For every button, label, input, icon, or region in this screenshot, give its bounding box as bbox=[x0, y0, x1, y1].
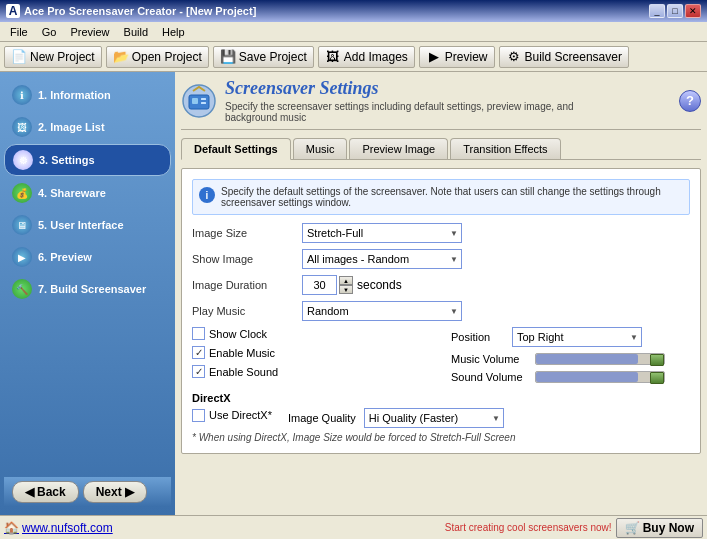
image-duration-control: ▲ ▼ seconds bbox=[302, 275, 690, 295]
toolbar: 📄 New Project 📂 Open Project 💾 Save Proj… bbox=[0, 42, 707, 72]
music-volume-slider[interactable] bbox=[535, 353, 665, 365]
use-directx-label: Use DirectX* bbox=[209, 409, 272, 421]
next-arrow-icon: ▶ bbox=[125, 485, 134, 499]
image-size-label: Image Size bbox=[192, 227, 302, 239]
preview-sidebar-icon: ▶ bbox=[12, 247, 32, 267]
nufsoft-link[interactable]: 🏠 www.nufsoft.com bbox=[4, 521, 113, 535]
show-image-row: Show Image All images - Random Sequentia… bbox=[192, 249, 690, 269]
home-icon: 🏠 bbox=[4, 521, 19, 535]
image-list-icon: 🖼 bbox=[12, 117, 32, 137]
tab-transition-effects[interactable]: Transition Effects bbox=[450, 138, 560, 159]
right-column: Position Top Right Top Left Bottom Right… bbox=[451, 327, 690, 384]
show-image-dropdown[interactable]: All images - Random Sequential Single Im… bbox=[302, 249, 462, 269]
maximize-button[interactable]: □ bbox=[667, 4, 683, 18]
sidebar-item-settings[interactable]: ⚙ 3. Settings bbox=[4, 144, 171, 176]
build-screensaver-button[interactable]: ⚙ Build Screensaver bbox=[499, 46, 629, 68]
status-right: Start creating cool screensavers now! 🛒 … bbox=[445, 518, 703, 538]
buy-now-button[interactable]: 🛒 Buy Now bbox=[616, 518, 703, 538]
preview-button[interactable]: ▶ Preview bbox=[419, 46, 495, 68]
spinner-down-button[interactable]: ▼ bbox=[339, 285, 353, 294]
close-button[interactable]: ✕ bbox=[685, 4, 701, 18]
show-clock-row: Show Clock bbox=[192, 327, 431, 340]
show-clock-checkbox[interactable] bbox=[192, 327, 205, 340]
enable-music-checkbox[interactable] bbox=[192, 346, 205, 359]
image-quality-label: Image Quality bbox=[288, 412, 356, 424]
sidebar-item-build[interactable]: 🔨 7. Build Screensaver bbox=[4, 274, 171, 304]
sidebar-item-shareware[interactable]: 💰 4. Shareware bbox=[4, 178, 171, 208]
sound-volume-slider[interactable] bbox=[535, 371, 665, 383]
image-size-dropdown[interactable]: Stretch-Full Fit-Full Centered Tiled bbox=[302, 223, 462, 243]
form-section: i Specify the default settings of the sc… bbox=[181, 168, 701, 454]
checkbox-section: Show Clock Enable Music Enable Sound Pos… bbox=[192, 327, 690, 384]
svg-rect-2 bbox=[192, 98, 198, 104]
tab-preview-image[interactable]: Preview Image bbox=[349, 138, 448, 159]
app-icon: A bbox=[6, 4, 20, 18]
menu-bar: File Go Preview Build Help bbox=[0, 22, 707, 42]
info-icon: i bbox=[199, 187, 215, 203]
next-button[interactable]: Next ▶ bbox=[83, 481, 147, 503]
nav-buttons: ◀ Back Next ▶ bbox=[4, 477, 171, 507]
menu-go[interactable]: Go bbox=[36, 25, 63, 39]
tab-default-settings[interactable]: Default Settings bbox=[181, 138, 291, 160]
sidebar-item-information[interactable]: ℹ 1. Information bbox=[4, 80, 171, 110]
enable-music-label: Enable Music bbox=[209, 347, 275, 359]
svg-rect-3 bbox=[201, 98, 206, 100]
spinner-up-button[interactable]: ▲ bbox=[339, 276, 353, 285]
promo-text: Start creating cool screensavers now! bbox=[445, 522, 612, 533]
menu-preview[interactable]: Preview bbox=[64, 25, 115, 39]
buy-icon: 🛒 bbox=[625, 521, 640, 535]
image-size-control: Stretch-Full Fit-Full Centered Tiled ▼ bbox=[302, 223, 690, 243]
use-directx-checkbox[interactable] bbox=[192, 409, 205, 422]
minimize-button[interactable]: _ bbox=[649, 4, 665, 18]
tab-music[interactable]: Music bbox=[293, 138, 348, 159]
info-row: i Specify the default settings of the sc… bbox=[192, 179, 690, 215]
info-text: Specify the default settings of the scre… bbox=[221, 186, 683, 208]
back-button[interactable]: ◀ Back bbox=[12, 481, 79, 503]
music-volume-fill bbox=[536, 354, 638, 364]
image-size-select-wrap: Stretch-Full Fit-Full Centered Tiled ▼ bbox=[302, 223, 462, 243]
sidebar-item-image-list[interactable]: 🖼 2. Image List bbox=[4, 112, 171, 142]
menu-help[interactable]: Help bbox=[156, 25, 191, 39]
sound-volume-fill bbox=[536, 372, 638, 382]
image-quality-dropdown[interactable]: Hi Quality (Faster) Normal Quality Low Q… bbox=[364, 408, 504, 428]
sound-volume-row: Sound Volume bbox=[451, 371, 690, 383]
directx-section: DirectX Use DirectX* Image Quality Hi Qu… bbox=[192, 392, 690, 443]
show-image-control: All images - Random Sequential Single Im… bbox=[302, 249, 690, 269]
play-music-row: Play Music Random Sequential Single ▼ bbox=[192, 301, 690, 321]
open-project-button[interactable]: 📂 Open Project bbox=[106, 46, 209, 68]
image-quality-select-wrap: Hi Quality (Faster) Normal Quality Low Q… bbox=[364, 408, 504, 428]
menu-file[interactable]: File bbox=[4, 25, 34, 39]
directx-note: * When using DirectX, Image Size would b… bbox=[192, 432, 690, 443]
duration-unit: seconds bbox=[357, 278, 402, 292]
user-interface-icon: 🖥 bbox=[12, 215, 32, 235]
directx-header: DirectX bbox=[192, 392, 690, 404]
new-project-button[interactable]: 📄 New Project bbox=[4, 46, 102, 68]
position-label: Position bbox=[451, 331, 506, 343]
help-button[interactable]: ? bbox=[679, 90, 701, 112]
play-music-dropdown[interactable]: Random Sequential Single bbox=[302, 301, 462, 321]
header-icon bbox=[181, 83, 217, 119]
enable-sound-checkbox[interactable] bbox=[192, 365, 205, 378]
build-icon: 🔨 bbox=[12, 279, 32, 299]
duration-input[interactable] bbox=[302, 275, 337, 295]
menu-build[interactable]: Build bbox=[118, 25, 154, 39]
save-project-icon: 💾 bbox=[220, 49, 236, 65]
play-music-select-wrap: Random Sequential Single ▼ bbox=[302, 301, 462, 321]
add-images-button[interactable]: 🖼 Add Images bbox=[318, 46, 415, 68]
sidebar: ℹ 1. Information 🖼 2. Image List ⚙ 3. Se… bbox=[0, 72, 175, 515]
position-dropdown[interactable]: Top Right Top Left Bottom Right Bottom L… bbox=[512, 327, 642, 347]
checkbox-column: Show Clock Enable Music Enable Sound bbox=[192, 327, 431, 384]
window-controls: _ □ ✕ bbox=[649, 4, 701, 18]
sound-volume-label: Sound Volume bbox=[451, 371, 531, 383]
build-screensaver-icon: ⚙ bbox=[506, 49, 522, 65]
save-project-button[interactable]: 💾 Save Project bbox=[213, 46, 314, 68]
new-project-icon: 📄 bbox=[11, 49, 27, 65]
use-directx-row: Use DirectX* bbox=[192, 409, 272, 422]
sidebar-item-preview[interactable]: ▶ 6. Preview bbox=[4, 242, 171, 272]
show-image-select-wrap: All images - Random Sequential Single Im… bbox=[302, 249, 462, 269]
main-layout: ℹ 1. Information 🖼 2. Image List ⚙ 3. Se… bbox=[0, 72, 707, 515]
open-project-icon: 📂 bbox=[113, 49, 129, 65]
svg-rect-4 bbox=[201, 102, 206, 104]
sidebar-item-user-interface[interactable]: 🖥 5. User Interface bbox=[4, 210, 171, 240]
image-size-row: Image Size Stretch-Full Fit-Full Centere… bbox=[192, 223, 690, 243]
